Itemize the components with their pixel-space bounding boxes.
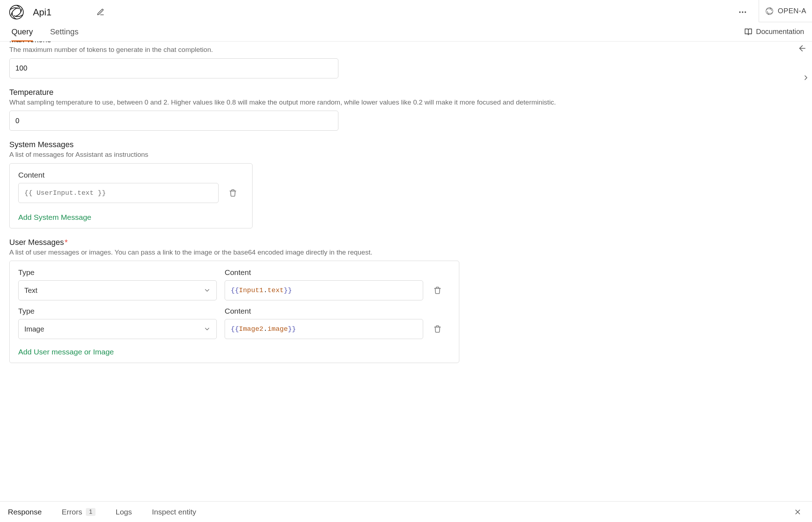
user-type-value: Text <box>24 286 38 295</box>
system-content-input[interactable] <box>18 183 219 203</box>
user-type-select[interactable]: Image <box>18 319 217 339</box>
bottom-tab-errors[interactable]: Errors 1 <box>57 508 101 516</box>
close-bottom-panel-button[interactable] <box>791 506 804 518</box>
svg-point-0 <box>10 5 23 19</box>
tab-query-label: Query <box>11 27 33 37</box>
user-content-input[interactable]: {{Image2.image}} <box>225 319 423 339</box>
tab-settings-label: Settings <box>50 27 79 37</box>
user-type-label: Type <box>18 307 217 315</box>
chevron-down-icon <box>204 287 211 294</box>
user-message-row: Type Image Content {{Image2.image}} <box>18 307 450 339</box>
delete-user-message-button[interactable] <box>431 284 444 297</box>
form-scroll-area[interactable]: Max Tokens The maximum number of tokens … <box>0 42 812 501</box>
bottom-tab-inspect[interactable]: Inspect entity <box>147 508 201 516</box>
errors-count-badge: 1 <box>86 508 96 516</box>
temperature-input[interactable] <box>9 111 338 131</box>
user-messages-title: User Messages* <box>9 238 803 247</box>
documentation-link[interactable]: Documentation <box>744 28 804 36</box>
more-menu-button[interactable] <box>735 4 750 20</box>
system-messages-desc: A list of messages for Assistant as inst… <box>9 150 803 160</box>
edit-title-button[interactable] <box>94 6 107 18</box>
svg-point-4 <box>766 8 773 15</box>
max-tokens-title: Max Tokens <box>9 42 803 44</box>
max-tokens-input[interactable] <box>9 58 338 78</box>
bottom-tab-response[interactable]: Response <box>3 508 47 516</box>
bottom-tab-errors-label: Errors <box>62 508 82 516</box>
user-messages-title-text: User Messages <box>9 238 64 247</box>
temperature-desc: What sampling temperature to use, betwee… <box>9 98 803 107</box>
environment-label: OPEN-A <box>778 7 806 15</box>
max-tokens-desc: The maximum number of tokens to generate… <box>9 45 803 55</box>
user-content-label: Content <box>225 307 423 315</box>
delete-user-message-button[interactable] <box>431 323 444 335</box>
openai-logo-icon <box>8 4 25 21</box>
svg-point-1 <box>739 11 740 13</box>
trash-icon <box>229 189 237 197</box>
svg-point-2 <box>742 11 743 13</box>
environment-chip[interactable]: OPEN-A <box>759 0 812 22</box>
user-type-select[interactable]: Text <box>18 280 217 300</box>
user-type-value: Image <box>24 325 44 333</box>
book-icon <box>744 28 752 36</box>
user-type-label: Type <box>18 268 217 277</box>
chevron-down-icon <box>204 325 211 333</box>
bottom-tab-response-label: Response <box>8 508 42 516</box>
arrow-left-icon <box>798 44 807 53</box>
system-messages-card: Content Add System Message <box>9 163 253 228</box>
bottom-tab-logs[interactable]: Logs <box>111 508 137 516</box>
system-messages-title: System Messages <box>9 140 803 149</box>
trash-icon <box>434 325 441 333</box>
system-content-label: Content <box>18 171 244 179</box>
add-system-message-button[interactable]: Add System Message <box>18 213 91 222</box>
close-icon <box>794 508 802 516</box>
bottom-tab-logs-label: Logs <box>116 508 132 516</box>
user-content-label: Content <box>225 268 423 277</box>
user-message-row: Type Text Content {{Input1.text}} <box>18 268 450 300</box>
documentation-label: Documentation <box>756 28 804 36</box>
tab-settings[interactable]: Settings <box>41 22 87 41</box>
panel-back-button[interactable] <box>796 42 808 54</box>
openai-small-icon <box>765 6 774 16</box>
bottom-tab-inspect-label: Inspect entity <box>152 508 196 516</box>
chevron-right-icon <box>802 74 810 82</box>
add-user-message-button[interactable]: Add User message or Image <box>18 348 114 356</box>
temperature-title: Temperature <box>9 88 803 97</box>
user-messages-card: Type Text Content {{Input1.text}} <box>9 261 459 363</box>
delete-system-message-button[interactable] <box>226 187 239 199</box>
panel-forward-button[interactable] <box>800 72 812 84</box>
page-title: Api1 <box>33 7 52 18</box>
tab-query[interactable]: Query <box>3 22 41 41</box>
user-messages-desc: A list of user messages or images. You c… <box>9 248 803 257</box>
required-star: * <box>65 238 68 247</box>
user-content-input[interactable]: {{Input1.text}} <box>225 280 423 300</box>
svg-point-3 <box>744 11 746 13</box>
trash-icon <box>434 286 441 294</box>
